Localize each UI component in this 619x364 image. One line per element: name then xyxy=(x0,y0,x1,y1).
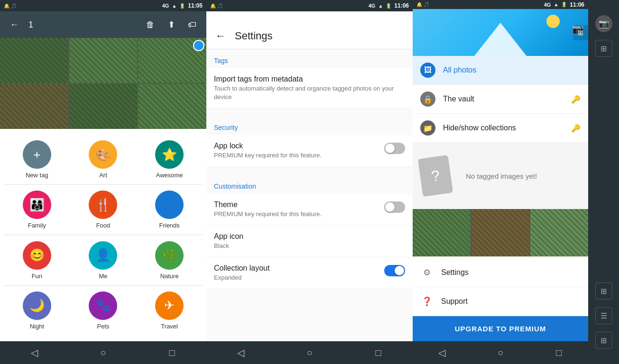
home-nav-1[interactable]: ○ xyxy=(94,343,113,362)
network-label-2: 4G xyxy=(369,3,376,9)
tag-label-fun: Fun xyxy=(32,273,42,280)
settings-toolbar: ← Settings xyxy=(206,11,413,49)
expand-icon[interactable]: ⊞ xyxy=(573,25,588,40)
photo-cell-1[interactable] xyxy=(0,38,68,83)
signal-icon-3: ▲ xyxy=(554,2,558,7)
home-nav-3[interactable]: ○ xyxy=(491,343,510,362)
tag-item-awesome[interactable]: ⭐ Awesome xyxy=(136,136,203,182)
time-label-3: 11:06 xyxy=(570,1,584,8)
photo-cell-6[interactable] xyxy=(138,84,206,129)
list-right-icon[interactable]: ☰ xyxy=(595,307,612,324)
back-button-1[interactable]: ← xyxy=(8,18,21,31)
battery-icon-1: 🔋 xyxy=(179,3,185,9)
tag-item-friends[interactable]: 👤 Friends xyxy=(136,187,203,233)
strip-photo-3[interactable] xyxy=(530,209,588,256)
mountain-decoration xyxy=(474,23,527,56)
nav-bar-2: ◁ ○ □ xyxy=(206,341,413,364)
settings-item-app-lock[interactable]: App lock PREMIUM key required for this f… xyxy=(206,135,413,167)
collection-layout-title: Collection layout xyxy=(214,264,384,273)
camera-right-icon[interactable]: 📷 xyxy=(595,15,612,32)
hide-show-label: Hide/show collections xyxy=(443,124,564,132)
recents-nav-3[interactable]: □ xyxy=(549,343,568,362)
menu-item-settings[interactable]: ⚙ Settings xyxy=(413,258,588,287)
tag-item-fun[interactable]: 😊 Fun xyxy=(4,237,70,283)
theme-toggle[interactable] xyxy=(384,201,405,213)
settings-menu-icon: ⚙ xyxy=(420,266,434,279)
music-icon-3: 🎵 xyxy=(424,2,429,7)
all-photos-icon: 🖼 xyxy=(420,63,435,78)
recents-nav-2[interactable]: □ xyxy=(369,343,388,362)
collection-layout-toggle[interactable] xyxy=(384,265,405,276)
grid-right-icon[interactable]: ⊞ xyxy=(595,282,612,300)
settings-item-import-tags[interactable]: Import tags from metadata Touch to autom… xyxy=(206,68,413,109)
notification-icon-2: 🔔 xyxy=(210,3,216,9)
import-tags-subtitle: Touch to automatically detect and organi… xyxy=(214,84,405,101)
photo-cell-2[interactable] xyxy=(69,38,138,83)
delete-button[interactable]: 🗑 xyxy=(144,18,157,31)
back-nav-1[interactable]: ◁ xyxy=(25,343,44,362)
tags-toolbar: ← 1 🗑 ⬆ 🏷 xyxy=(0,11,206,38)
collection-item-vault[interactable]: 🔒 The vault 🔑 xyxy=(413,85,588,114)
strip-photo-1[interactable] xyxy=(413,209,471,256)
tag-item-night[interactable]: 🌙 Night xyxy=(4,288,70,334)
section-header-security: Security xyxy=(206,116,413,135)
tag-item-travel[interactable]: ✈ Travel xyxy=(136,288,203,334)
menu-list: ⚙ Settings ❓ Support xyxy=(413,258,588,316)
settings-back-button[interactable]: ← xyxy=(214,29,227,43)
theme-subtitle: PREMIUM key required for this feature. xyxy=(214,210,384,218)
right-icon-strip: 📷 ⊞ ⊞ ☰ ⊞ xyxy=(588,0,619,364)
import-tags-title: Import tags from metadata xyxy=(214,75,405,83)
collection-item-hide-show[interactable]: 📁 Hide/show collections 🔑 xyxy=(413,114,588,143)
notification-icon: 🔔 xyxy=(4,3,9,9)
tag-item-pets[interactable]: 🐾 Pets xyxy=(70,288,137,334)
tag-item-family[interactable]: 👨‍👩‍👧 Family xyxy=(4,187,70,233)
support-menu-label: Support xyxy=(441,297,468,306)
panel-tags: 🔔 🎵 4G ▲ 🔋 11:05 ← 1 🗑 ⬆ 🏷 + Ne xyxy=(0,0,206,364)
collection-item-all-photos[interactable]: 🖼 All photos xyxy=(413,56,588,85)
tag-circle-new-tag: + xyxy=(23,140,51,169)
question-card: ? xyxy=(418,155,453,197)
collection-list: 🖼 All photos 🔒 The vault 🔑 📁 Hide/show c… xyxy=(413,56,588,143)
app-lock-toggle[interactable] xyxy=(384,143,405,154)
settings-item-theme[interactable]: Theme PREMIUM key required for this feat… xyxy=(206,194,413,226)
view-right-icon[interactable]: ⊞ xyxy=(595,332,612,349)
photo-cell-5[interactable] xyxy=(69,84,138,129)
recents-nav-1[interactable]: □ xyxy=(163,343,182,362)
vault-key-icon: 🔑 xyxy=(571,95,581,104)
status-bar-2: 🔔 🎵 4G ▲ 🔋 11:06 xyxy=(206,0,413,11)
tag-item-art[interactable]: 🎨 Art xyxy=(70,136,137,182)
settings-item-app-icon[interactable]: App icon Black xyxy=(206,226,413,257)
tag-circle-family: 👨‍👩‍👧 xyxy=(23,191,51,219)
tag-item-new-tag[interactable]: + New tag xyxy=(4,136,70,182)
signal-icon-1: ▲ xyxy=(172,3,176,9)
home-nav-2[interactable]: ○ xyxy=(300,343,319,362)
tag-item-nature[interactable]: 🌿 Nature xyxy=(136,237,203,283)
tag-label-art: Art xyxy=(99,172,107,179)
expand-right-icon[interactable]: ⊞ xyxy=(595,40,612,57)
time-label-2: 11:06 xyxy=(394,2,409,9)
menu-item-support[interactable]: ❓ Support xyxy=(413,287,588,316)
back-nav-3[interactable]: ◁ xyxy=(433,343,452,362)
tag-button[interactable]: 🏷 xyxy=(185,18,199,31)
settings-item-collection-layout[interactable]: Collection layout Expanded xyxy=(206,257,413,289)
tag-circle-food: 🍴 xyxy=(89,191,117,219)
share-button[interactable]: ⬆ xyxy=(165,18,178,31)
upgrade-button[interactable]: UPGRADE TO PREMIUM xyxy=(413,316,588,341)
tag-circle-art: 🎨 xyxy=(89,140,117,169)
settings-title: Settings xyxy=(235,30,273,42)
tag-label-family: Family xyxy=(28,222,46,229)
tag-item-me[interactable]: 👤 Me xyxy=(70,237,137,283)
strip-photo-2[interactable] xyxy=(471,209,529,256)
collections-header: 📷 ⊞ xyxy=(413,9,588,56)
tag-label-friends: Friends xyxy=(159,222,179,229)
hide-show-icon: 📁 xyxy=(420,120,435,136)
all-photos-label: All photos xyxy=(443,66,581,74)
tag-item-food[interactable]: 🍴 Food xyxy=(70,187,137,233)
photo-cell-4[interactable] xyxy=(0,84,68,129)
settings-menu-label: Settings xyxy=(441,268,469,277)
nav-bar-3: ◁ ○ □ xyxy=(413,341,588,364)
time-label-1: 11:05 xyxy=(188,2,203,9)
back-nav-2[interactable]: ◁ xyxy=(231,343,250,362)
tag-circle-travel: ✈ xyxy=(155,291,184,320)
photo-cell-3[interactable] xyxy=(138,38,206,83)
